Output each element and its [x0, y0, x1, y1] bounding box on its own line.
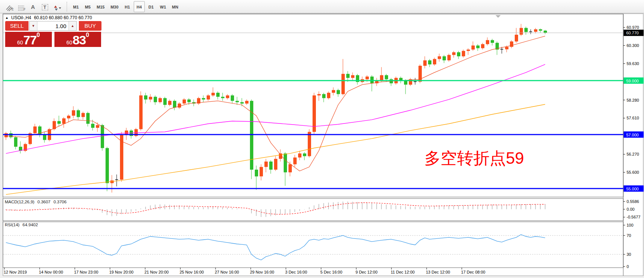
- macd-main-value: 0.3607: [37, 200, 50, 204]
- time-axis-label: 9 Dec 12:00: [356, 270, 377, 274]
- text-tool-icon[interactable]: T: [39, 1, 50, 12]
- macd-tick-label: -0.5677: [627, 215, 640, 219]
- timeframe-h4-button[interactable]: H4: [134, 1, 145, 12]
- toolbar-separator: [67, 2, 67, 11]
- timeframe-w1-button[interactable]: W1: [157, 1, 169, 12]
- bull-candle: [308, 129, 311, 157]
- timeframe-m15-button[interactable]: M15: [94, 1, 107, 12]
- time-axis-label: 25 Nov 16:00: [180, 270, 204, 274]
- level-price-badge-text: 55.000: [626, 187, 639, 191]
- draw-lines-tool-icon[interactable]: E: [4, 1, 15, 12]
- price-tick-label: 55.600: [627, 170, 639, 174]
- rsi-tick-label: 0: [627, 264, 629, 269]
- rsi-tick-label: 30: [627, 252, 631, 257]
- buy-price-prefix: 60: [66, 39, 72, 46]
- buy-button[interactable]: BUY: [79, 21, 101, 31]
- time-axis-label: 19 Nov 20:00: [109, 270, 133, 274]
- volume-input[interactable]: [37, 21, 69, 30]
- sell-price-pip: 0: [37, 33, 40, 38]
- chart-header: ▲ USOil-,H4 60.810 60.880 60.770 60.770: [5, 15, 93, 20]
- trading-app-window: 60.97060.30059.63058.28057.61056.27055.6…: [0, 0, 644, 278]
- rsi-pane: [3, 222, 623, 268]
- toolbar: EFAT M1M5M15M30H1H4D1W1MN: [0, 0, 644, 13]
- volume-decrease-button[interactable]: ▼: [30, 21, 37, 30]
- time-axis-label: 14 Nov 00:00: [39, 270, 63, 274]
- macd-pane: [3, 199, 623, 221]
- time-axis-label: 29 Nov 16:00: [250, 270, 274, 274]
- symbol-triangle-icon: ▲: [5, 16, 9, 20]
- bull-candle: [29, 132, 32, 146]
- bull-candle: [120, 132, 123, 182]
- rsi-indicator-label: RSI(14) 64.9402: [5, 223, 40, 227]
- time-axis-label: 5 Dec 16:00: [320, 270, 342, 274]
- symbol-period-label: USOil-,H4: [11, 15, 31, 20]
- fibonacci-tool-icon[interactable]: F: [16, 1, 27, 12]
- bear-candle: [101, 124, 104, 151]
- macd-signal-value: 0.3706: [53, 200, 66, 204]
- drawing-tools-group: EFAT: [0, 1, 63, 12]
- rsi-name: RSI(14): [5, 223, 20, 227]
- sell-price-main: 77: [23, 34, 37, 46]
- sell-button[interactable]: SELL: [5, 21, 29, 31]
- time-axis-label: 13 Dec 12:00: [426, 270, 450, 274]
- timeframe-h1-button[interactable]: H1: [122, 1, 133, 12]
- bull-candle: [313, 93, 316, 135]
- text-label-tool-icon[interactable]: A: [27, 1, 39, 12]
- buy-price-main: 83: [73, 34, 86, 46]
- timeframe-mn-button[interactable]: MN: [169, 1, 181, 12]
- time-axis-label: 21 Nov 20:00: [144, 270, 168, 274]
- price-tick-label: 60.970: [627, 25, 639, 30]
- price-tick-label: 57.610: [627, 116, 639, 120]
- timeframe-group: M1M5M15M30H1H4D1W1MN: [70, 0, 181, 13]
- macd-indicator-label: MACD(12,26,9) 0.3607 0.3706: [5, 200, 69, 204]
- timeframe-m30-button[interactable]: M30: [108, 1, 121, 12]
- current-price-badge-text: 60.770: [626, 31, 639, 35]
- buy-price-panel[interactable]: 60 83 0: [54, 32, 101, 47]
- chart-annotation-text: 多空转折点59: [424, 148, 524, 169]
- rsi-tick-label: 70: [627, 233, 631, 238]
- time-axis-label: 11 Dec 12:00: [391, 270, 415, 274]
- timeframe-d1-button[interactable]: D1: [146, 1, 157, 12]
- ohlc-values: 60.810 60.880 60.770 60.770: [34, 15, 92, 20]
- time-axis-label: 17 Nov 23:00: [74, 270, 98, 274]
- buy-price-pip: 0: [86, 33, 89, 38]
- level-price-badge-text: 59.000: [626, 79, 639, 83]
- timeframe-m1-button[interactable]: M1: [70, 1, 81, 12]
- bull-candle: [139, 91, 143, 130]
- macd-tick-label: 0.00: [627, 207, 634, 211]
- volume-stepper: ▼ ▲: [29, 21, 77, 31]
- macd-tick-label: 0.5586: [627, 199, 639, 204]
- price-tick-label: 56.270: [627, 152, 639, 156]
- bull-candle: [24, 143, 27, 152]
- one-click-trading-panel: SELL ▼ ▲ BUY 60 77 0 60 83 0: [5, 21, 102, 47]
- price-tick-label: 58.280: [627, 98, 639, 102]
- sell-price-panel[interactable]: 60 77 0: [5, 32, 52, 47]
- time-axis-label: 17 Dec 08:00: [461, 270, 485, 274]
- rsi-tick-label: 100: [627, 223, 633, 227]
- price-tick-label: 60.300: [627, 43, 639, 48]
- arrows-tool-icon[interactable]: [51, 1, 62, 12]
- level-price-badge-text: 57.000: [626, 133, 639, 137]
- price-tick-label: 59.630: [627, 61, 639, 66]
- macd-name: MACD(12,26,9): [5, 200, 34, 204]
- sell-price-prefix: 60: [17, 39, 23, 46]
- timeframe-m5-button[interactable]: M5: [82, 1, 93, 12]
- time-axis-label: 3 Dec 16:00: [285, 270, 307, 274]
- time-axis-label: 27 Nov 16:00: [215, 270, 239, 274]
- volume-increase-button[interactable]: ▲: [69, 21, 76, 30]
- rsi-value: 64.9402: [23, 223, 38, 227]
- time-axis-label: 12 Nov 2019: [4, 270, 27, 274]
